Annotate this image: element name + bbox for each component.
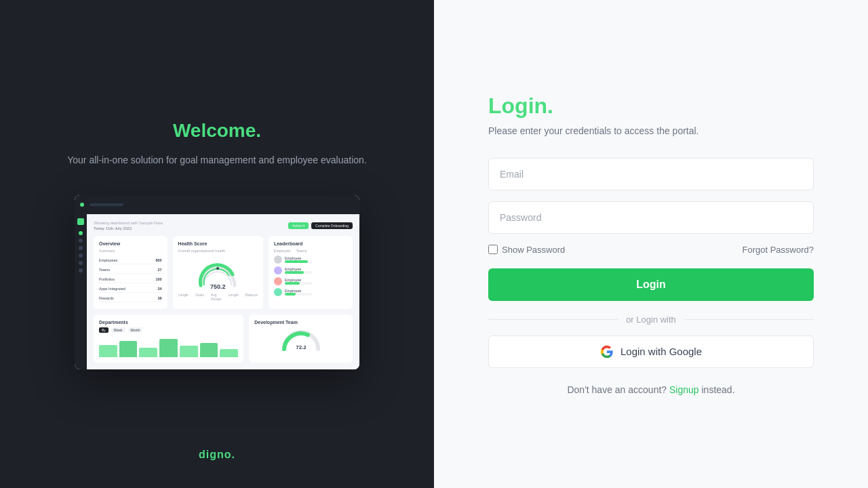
dept-btn1: By [99, 327, 108, 333]
svg-point-0 [216, 267, 219, 270]
email-group [488, 158, 814, 190]
login-button[interactable]: Login [488, 268, 814, 301]
lb-bar-3 [285, 282, 300, 285]
db-breadcrumb: Showing dashboard with Sample Data [94, 221, 163, 225]
show-password-label[interactable]: Show Password [488, 245, 565, 255]
lb-name-2: Employee [285, 267, 347, 271]
lb-avatar-1 [274, 256, 282, 264]
dashboard-main: Showing dashboard with Sample Data Today… [87, 214, 359, 369]
form-options: Show Password Forgot Password? [488, 245, 814, 255]
departments-card: Departments By Week Month [94, 314, 243, 363]
semi-circle-container: 72.2 [254, 329, 347, 352]
lb-bar-2 [285, 271, 304, 274]
bar-4 [159, 339, 178, 357]
db-complete-btn: Complete Onboarding [311, 222, 353, 229]
bar-3 [139, 348, 157, 357]
dashboard-layout: Showing dashboard with Sample Data Today… [75, 214, 359, 369]
leaderboard-rows: Employee Employee [274, 256, 347, 296]
bar-6 [200, 343, 218, 357]
right-panel: Login. Please enter your credentials to … [434, 0, 868, 488]
lb-row-2: Employee [274, 266, 347, 274]
lb-bar-4 [285, 293, 296, 296]
sidebar-item-3 [79, 246, 83, 250]
health-score-card: Health Score Overall organisational heal… [173, 236, 263, 309]
password-input[interactable] [488, 201, 814, 234]
lb-bar-container-2 [285, 271, 312, 274]
overview-title: Overview [99, 241, 162, 246]
lb-avatar-4 [274, 288, 282, 296]
lb-name-3: Employee [285, 278, 347, 282]
lb-name-1: Employee [285, 256, 347, 260]
gauge-value: 750.2 [210, 283, 226, 290]
db-active-btn: Active It [288, 222, 309, 229]
show-password-checkbox[interactable] [488, 245, 498, 254]
semi-circle-svg: 72.2 [281, 329, 321, 352]
divider-text: or Login with [626, 314, 676, 325]
login-subtitle: Please enter your credentials to access … [488, 125, 814, 136]
health-score-subtitle: Overall organisational health [178, 249, 258, 253]
db-cards: Overview Summary Employees800 Teams27 Po… [94, 236, 353, 309]
leaderboard-card: Leaderboard EmployeeTeams Employee [269, 236, 353, 309]
welcome-subtitle: Your all-in-one solution for goal manage… [67, 152, 367, 167]
svg-text:72.2: 72.2 [296, 344, 307, 350]
topbar-dot-1 [80, 203, 84, 207]
lb-bar-container-1 [285, 260, 312, 263]
bar-7 [220, 349, 238, 357]
overview-subtitle: Summary [99, 249, 162, 253]
dept-btn3: Month [128, 327, 143, 333]
development-title: Development Team [254, 320, 347, 325]
dept-btn2: Week [111, 327, 125, 333]
lb-info-1: Employee [285, 256, 347, 263]
left-content: Welcome. Your all-in-one solution for go… [67, 41, 367, 449]
left-panel: Welcome. Your all-in-one solution for go… [0, 0, 434, 488]
sidebar-item-4 [79, 253, 83, 258]
lb-name-4: Employee [285, 289, 347, 293]
signup-link[interactable]: Signup [669, 384, 699, 395]
leaderboard-tabs: EmployeeTeams [274, 249, 347, 253]
divider: or Login with [488, 314, 814, 325]
development-card: Development Team 72.2 [249, 314, 353, 363]
departments-title: Departments [99, 320, 238, 325]
health-score-container: 750.2 Length Goals Avg Design Length Bal… [178, 257, 258, 304]
lb-avatar-2 [274, 266, 282, 274]
lb-row-4: Employee [274, 288, 347, 296]
overview-row-teams: Teams27 [99, 266, 162, 274]
google-button-label: Login with Google [620, 346, 702, 357]
gauge-wrapper: 750.2 [194, 260, 241, 290]
divider-line-left [488, 319, 618, 320]
sidebar-logo [77, 218, 84, 225]
dept-bar-chart [99, 337, 238, 357]
overview-row-portfolios: Portfolios100 [99, 276, 162, 283]
overview-card: Overview Summary Employees800 Teams27 Po… [94, 236, 167, 309]
bar-2 [119, 341, 138, 357]
lb-info-2: Employee [285, 267, 347, 274]
login-container: Login. Please enter your credentials to … [488, 94, 814, 395]
forgot-password-link[interactable]: Forgot Password? [743, 245, 814, 255]
email-input[interactable] [488, 158, 814, 190]
lb-info-4: Employee [285, 289, 347, 296]
signup-text: Don't have an account? Signup instead. [488, 384, 814, 395]
leaderboard-title: Leaderboard [274, 241, 347, 246]
password-group [488, 201, 814, 234]
bar-1 [99, 345, 117, 357]
db-date: Showing dashboard with Sample Data Today… [94, 221, 163, 230]
login-title: Login. [488, 94, 814, 119]
brand-logo: digno. [199, 449, 235, 461]
health-score-title: Health Score [178, 241, 258, 246]
lb-info-3: Employee [285, 278, 347, 285]
sidebar-item-6 [79, 268, 83, 272]
lb-row-3: Employee [274, 277, 347, 285]
lb-row-1: Employee [274, 256, 347, 264]
bar-5 [180, 346, 198, 357]
google-icon [600, 345, 614, 359]
dept-controls: By Week Month [99, 327, 238, 333]
db-bottom: Departments By Week Month [94, 314, 353, 363]
dashboard-topbar [75, 195, 359, 214]
db-actions: Active It Complete Onboarding [288, 222, 353, 229]
overview-rows: Employees800 Teams27 Portfolios100 Apps … [99, 257, 162, 302]
sidebar-item-1 [79, 231, 83, 235]
google-login-button[interactable]: Login with Google [488, 336, 814, 368]
db-date-label: Today 11th July 2021 [94, 226, 163, 230]
db-header: Showing dashboard with Sample Data Today… [94, 221, 353, 230]
sidebar-item-5 [79, 261, 83, 265]
